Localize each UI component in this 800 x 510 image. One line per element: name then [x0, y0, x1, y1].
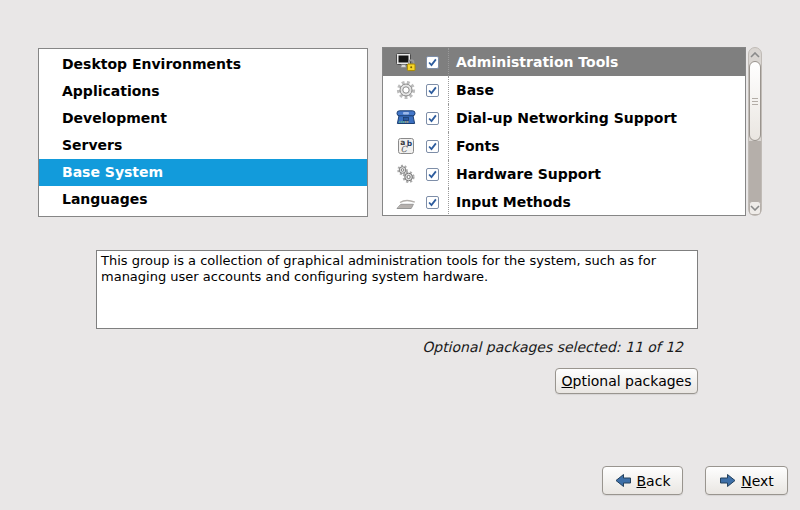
back-button[interactable]: Back	[602, 466, 683, 495]
group-checkbox[interactable]	[426, 140, 439, 153]
group-list: Administration Tools Base	[382, 47, 746, 216]
button-label: B	[637, 473, 647, 489]
group-item-label: Administration Tools	[448, 48, 618, 76]
scrollbar[interactable]	[748, 47, 762, 216]
next-button[interactable]: Next	[705, 466, 788, 495]
scroll-up-icon[interactable]	[749, 48, 761, 61]
group-item-label: Fonts	[448, 132, 500, 160]
group-item-label: Hardware Support	[448, 160, 601, 188]
category-list: Desktop Environments Applications Develo…	[38, 48, 368, 217]
monitor-lock-icon	[396, 52, 416, 72]
package-selection-screen: Desktop Environments Applications Develo…	[0, 0, 800, 510]
group-item-base[interactable]: Base	[383, 76, 745, 104]
group-description-text: This group is a collection of graphical …	[96, 250, 698, 329]
gear-icon	[396, 80, 416, 100]
group-checkbox[interactable]	[426, 196, 439, 209]
button-label: N	[741, 473, 751, 489]
scroll-down-icon[interactable]	[749, 201, 761, 215]
arrow-left-icon	[615, 473, 632, 488]
group-checkbox[interactable]	[426, 112, 439, 125]
group-checkbox[interactable]	[426, 168, 439, 181]
group-item-administration-tools[interactable]: Administration Tools	[383, 48, 745, 76]
group-item-input-methods[interactable]: Input Methods	[383, 188, 745, 216]
scrollbar-thumb[interactable]	[749, 61, 761, 141]
arrow-right-icon	[719, 473, 736, 488]
optional-packages-status: Optional packages selected: 11 of 12	[422, 339, 683, 355]
category-item-servers[interactable]: Servers	[39, 132, 367, 159]
gears-icon	[396, 164, 416, 184]
category-item-languages[interactable]: Languages	[39, 186, 367, 213]
group-item-label: Dial-up Networking Support	[448, 104, 677, 132]
fonts-icon: a b C	[396, 136, 416, 156]
category-item-development[interactable]: Development	[39, 105, 367, 132]
group-item-fonts[interactable]: a b C Fonts	[383, 132, 745, 160]
group-item-hardware-support[interactable]: Hardware Support	[383, 160, 745, 188]
group-checkbox[interactable]	[426, 84, 439, 97]
button-label: O	[561, 373, 572, 389]
keyboard-icon	[396, 192, 416, 212]
group-item-label: Input Methods	[448, 188, 571, 216]
category-item-base-system[interactable]: Base System	[39, 159, 367, 186]
group-item-dialup-networking[interactable]: Dial-up Networking Support	[383, 104, 745, 132]
optional-packages-button[interactable]: Optional packages	[555, 368, 698, 394]
telephone-icon	[396, 108, 416, 128]
svg-text:b: b	[407, 139, 413, 148]
scrollbar-track[interactable]	[749, 141, 761, 203]
group-item-label: Base	[448, 76, 494, 104]
category-item-applications[interactable]: Applications	[39, 78, 367, 105]
group-checkbox[interactable]	[426, 56, 439, 69]
category-item-desktop-environments[interactable]: Desktop Environments	[39, 51, 367, 78]
